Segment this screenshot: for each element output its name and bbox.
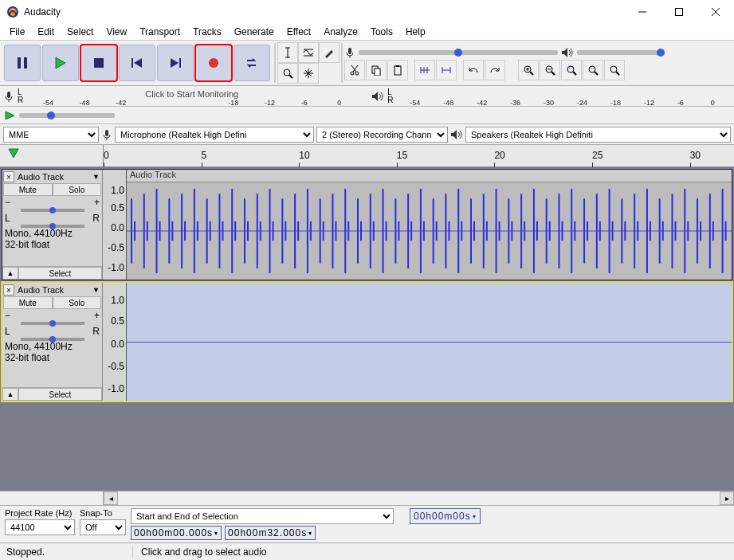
undo-button[interactable] (463, 60, 484, 80)
clip-title[interactable]: Audio Track (127, 170, 732, 182)
menu-help[interactable]: Help (399, 25, 432, 39)
window-maximize-button[interactable] (661, 0, 697, 24)
recording-volume-slider[interactable] (359, 50, 558, 55)
copy-button[interactable] (366, 60, 387, 80)
svg-rect-25 (375, 69, 380, 76)
waveform-display[interactable] (127, 283, 732, 401)
svg-rect-44 (105, 130, 108, 136)
menu-file[interactable]: File (3, 25, 31, 39)
zoom-in-button[interactable] (518, 60, 539, 80)
selection-toolbar: Project Rate (Hz) 44100 Snap-To Off Star… (0, 505, 734, 542)
selection-mode-select[interactable]: Start and End of Selection (131, 508, 394, 524)
meter-hint: Click to Start Monitoring (145, 89, 238, 99)
stop-button[interactable] (80, 45, 117, 81)
play-button[interactable] (42, 45, 79, 81)
menu-analyze[interactable]: Analyze (317, 25, 364, 39)
trim-button[interactable] (414, 60, 435, 80)
track-control-panel[interactable]: × Audio Track ▼ Mute Solo −+ LR Mono, 44… (2, 170, 103, 280)
zoom-tool[interactable] (277, 63, 298, 84)
skip-end-button[interactable] (157, 45, 194, 81)
fit-project-button[interactable] (583, 60, 603, 80)
tracks-area[interactable]: × Audio Track ▼ Mute Solo −+ LR Mono, 44… (0, 167, 734, 491)
selection-tool[interactable] (277, 42, 298, 63)
paste-button[interactable] (387, 60, 408, 80)
menu-tracks[interactable]: Tracks (186, 25, 228, 39)
track-control-panel[interactable]: × Audio Track ▼ Mute Solo −+ LR Mono, 44… (2, 283, 103, 401)
gain-slider[interactable] (21, 209, 84, 212)
audio-host-select[interactable]: MME (3, 127, 99, 143)
menu-effect[interactable]: Effect (281, 25, 317, 39)
timeshift-tool[interactable] (298, 63, 319, 84)
envelope-tool[interactable] (298, 42, 319, 63)
track-close-button[interactable]: × (3, 284, 14, 296)
svg-rect-5 (18, 57, 21, 69)
mute-button[interactable]: Mute (3, 183, 53, 196)
track-collapse-button[interactable]: ▲ (2, 267, 18, 280)
skip-start-button[interactable] (119, 45, 155, 81)
record-icon (207, 57, 220, 69)
loop-button[interactable] (234, 45, 270, 81)
playback-speed-slider[interactable] (19, 113, 115, 118)
draw-tool[interactable] (319, 42, 340, 63)
meter-channel-label: LR (387, 88, 393, 104)
track-menu-button[interactable]: ▼ (91, 286, 101, 294)
solo-button[interactable]: Solo (53, 183, 102, 196)
track-format-info: Mono, 44100Hz 32-bit float (3, 228, 101, 251)
silence-button[interactable] (436, 60, 457, 80)
project-rate-select[interactable]: 44100 (5, 519, 75, 535)
pan-slider[interactable] (21, 338, 84, 341)
menu-edit[interactable]: Edit (31, 25, 61, 39)
zoom-out-button[interactable] (540, 60, 560, 80)
menu-view[interactable]: View (100, 25, 133, 39)
skip-end-icon (169, 57, 182, 69)
svg-rect-41 (7, 92, 10, 98)
menu-select[interactable]: Select (61, 25, 100, 39)
redo-button[interactable] (485, 60, 505, 80)
play-icon[interactable] (5, 111, 16, 120)
playback-volume-slider[interactable] (577, 50, 665, 55)
track-menu-button[interactable]: ▼ (91, 173, 101, 181)
zoom-toggle-icon (609, 65, 620, 76)
track-collapse-button[interactable]: ▲ (2, 388, 18, 401)
window-close-button[interactable] (697, 0, 734, 24)
window-minimize-button[interactable] (624, 0, 661, 24)
svg-marker-7 (56, 57, 65, 69)
waveform-display[interactable]: Audio Track (127, 170, 732, 280)
recording-meter[interactable]: LR Click to Start Monitoring -54 -48 -42… (0, 86, 734, 107)
audio-position-display[interactable]: 00h00m00s▾ (410, 508, 481, 524)
project-rate-label: Project Rate (Hz) (5, 508, 75, 518)
timeline-ruler[interactable]: 0 5 10 15 20 25 30 (0, 145, 734, 167)
snap-to-select[interactable]: Off (80, 519, 126, 535)
menu-transport[interactable]: Transport (133, 25, 186, 39)
playback-meter[interactable]: -54 -48 -42 -36 -30 -24 -18 -12 -6 0 (396, 88, 731, 105)
svg-rect-6 (24, 57, 27, 69)
cut-button[interactable] (344, 60, 365, 80)
track-select-button[interactable]: Select (18, 388, 102, 401)
fit-selection-button[interactable] (561, 60, 582, 80)
svg-marker-42 (372, 92, 378, 101)
menu-tools[interactable]: Tools (364, 25, 399, 39)
pan-slider[interactable] (21, 225, 84, 228)
track-close-button[interactable]: × (3, 171, 14, 182)
track-name[interactable]: Audio Track (14, 172, 91, 182)
solo-button[interactable]: Solo (53, 296, 102, 309)
selection-end-time[interactable]: 00h00m32.000s▾ (225, 526, 316, 540)
playback-device-select[interactable]: Speakers (Realtek High Definiti (465, 127, 731, 143)
snap-to-label: Snap-To (80, 508, 126, 518)
gain-slider[interactable] (21, 322, 84, 325)
horizontal-scrollbar[interactable]: ◂ ▸ (0, 491, 734, 505)
recording-channels-select[interactable]: 2 (Stereo) Recording Chann (316, 127, 448, 143)
record-button[interactable] (195, 45, 232, 81)
selection-start-time[interactable]: 00h00m00.000s▾ (131, 526, 222, 540)
scroll-right-button[interactable]: ▸ (720, 491, 734, 505)
scroll-left-button[interactable]: ◂ (104, 491, 118, 505)
zoom-toggle-button[interactable] (604, 60, 625, 80)
zoom-icon (282, 68, 293, 79)
track-select-button[interactable]: Select (18, 267, 102, 280)
menu-bar: File Edit Select View Transport Tracks G… (0, 24, 734, 40)
mute-button[interactable]: Mute (3, 296, 53, 309)
track-name[interactable]: Audio Track (14, 285, 91, 295)
recording-device-select[interactable]: Microphone (Realtek High Defini (115, 127, 314, 143)
menu-generate[interactable]: Generate (228, 25, 281, 39)
pause-button[interactable] (4, 45, 41, 81)
